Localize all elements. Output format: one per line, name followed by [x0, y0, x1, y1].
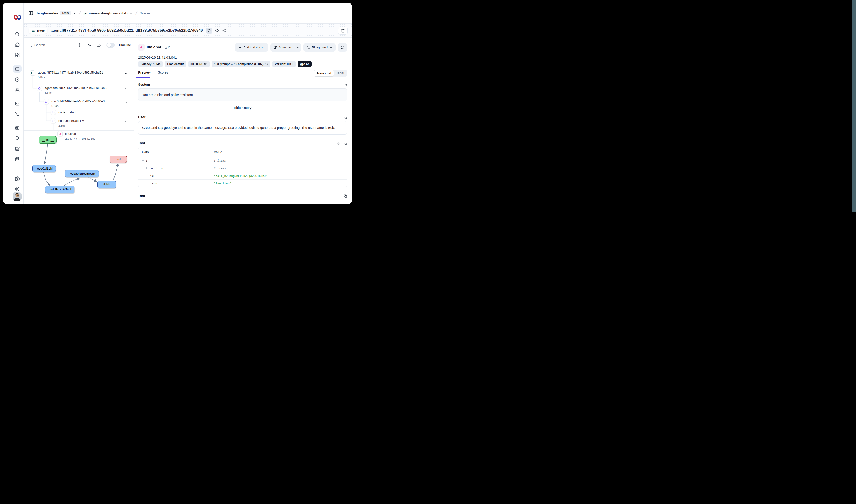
format-json-option[interactable]: JSON [334, 70, 347, 76]
table-row[interactable]: function 2 items [138, 164, 347, 172]
format-formatted-option[interactable]: Formatted [314, 70, 334, 76]
tab-preview[interactable]: Preview [138, 71, 151, 74]
annotate-dropdown-button[interactable] [294, 43, 301, 52]
llm-type-badge [138, 44, 144, 51]
annotate-split-button: Annotate [270, 43, 301, 52]
observation-timestamp: 2025-08-26 21:41:03.041 [138, 55, 177, 59]
collapse-all-icon[interactable] [77, 43, 82, 47]
graph-node-executetool[interactable]: nodeExecuteTool [45, 186, 74, 193]
copy-icon [344, 83, 347, 86]
tool-section-header: Tool [138, 141, 347, 145]
playground-icon[interactable] [15, 111, 20, 116]
chevron-down-icon[interactable] [142, 159, 144, 162]
insights-icon[interactable] [15, 136, 20, 141]
main-area: Timeline agent.f9f77d1a-437f-4ba6-890e-b… [24, 38, 352, 204]
observation-tabs: Preview Scores Formatted JSON [135, 70, 352, 78]
search-icon[interactable] [15, 32, 20, 37]
tracing-icon[interactable] [15, 66, 20, 71]
observation-content: System You are a nice and polite assista… [138, 78, 347, 204]
env-badge: Env: default [165, 61, 186, 67]
copy-icon [344, 115, 347, 119]
chevron-down-icon [329, 46, 333, 49]
copy-id-button[interactable]: ID [164, 46, 171, 49]
users-icon[interactable] [15, 87, 20, 92]
share-icon[interactable] [221, 28, 228, 34]
datasets-icon[interactable] [15, 157, 20, 162]
tokens-badge[interactable]: 168 prompt → 19 completion (Σ 187) [212, 61, 271, 67]
delete-trace-button[interactable] [338, 26, 347, 35]
tree-item-label[interactable]: node.__start__ [58, 110, 79, 114]
copy-button[interactable] [344, 83, 347, 86]
chevron-down-icon[interactable] [129, 12, 133, 15]
favorite-star-icon[interactable] [214, 28, 220, 34]
cost-badge[interactable]: $0.00061 [188, 61, 210, 67]
user-message: Greet and say goodbye to the user in the… [138, 121, 347, 134]
sidebar [3, 3, 24, 204]
chevron-right-icon[interactable] [145, 167, 148, 169]
graph-node-callllm[interactable]: nodeCallLLM [32, 165, 56, 172]
evaluations-icon[interactable] [15, 125, 20, 130]
breadcrumb-environment[interactable]: jetbrains-x-langfuse-collab [84, 11, 127, 15]
table-row[interactable]: 0 3 items [138, 157, 347, 164]
agent-graph: __start__ nodeCallLLM nodeSendToolResult… [24, 131, 134, 203]
trace-node-icon [30, 70, 35, 76]
chevron-down-icon[interactable] [124, 87, 128, 91]
agent-node-icon [37, 86, 42, 91]
panel-toggle-icon[interactable] [28, 10, 34, 16]
graph-node-end[interactable]: __end__ [110, 156, 127, 163]
trace-header-bar: Trace agent.f9f77d1a-437f-4ba6-890e-b592… [24, 24, 352, 38]
observation-actions: Add to datasets Annotate [235, 43, 347, 52]
tree-item-label[interactable]: node.nodeCallLLM [58, 119, 84, 123]
comments-button[interactable] [338, 43, 347, 52]
tree-item-label[interactable]: run.6f8d2449-33ed-4c7c-82e7-5410e3... [51, 100, 107, 103]
model-badge[interactable]: gpt-4o [298, 61, 311, 67]
breadcrumb-page[interactable]: Traces [140, 11, 150, 15]
info-icon [204, 62, 207, 66]
user-section-header: User [138, 115, 347, 119]
langfuse-logo[interactable] [13, 14, 22, 21]
hide-history-button[interactable]: Hide history [234, 106, 252, 110]
playground-button[interactable]: Playground [303, 43, 336, 52]
tree-item-label[interactable]: agent.f9f77d1a-437f-4ba6-890e-b592a50cb.… [44, 86, 107, 90]
tree-item-label[interactable]: agent.f9f77d1a-437f-4ba6-890e-b592a50cbd… [38, 71, 103, 74]
tree-item-duration: 5.84s [51, 105, 58, 108]
tree-search[interactable] [28, 43, 72, 47]
support-icon[interactable] [15, 186, 20, 192]
settings-icon[interactable] [15, 176, 20, 181]
path-column-header: Path [138, 150, 214, 154]
observation-panel: llm.chat ID Add to datasets Annotate [135, 38, 352, 204]
copy-button[interactable] [344, 194, 347, 198]
chevron-down-icon[interactable] [124, 120, 128, 124]
add-to-datasets-button[interactable]: Add to datasets [235, 43, 268, 52]
graph-node-start[interactable]: __start__ [39, 136, 56, 144]
copy-button[interactable] [344, 142, 347, 145]
tag-button[interactable] [206, 28, 212, 34]
annotate-button[interactable]: Annotate [270, 43, 294, 52]
chevron-down-icon[interactable] [124, 101, 128, 104]
home-icon[interactable] [15, 42, 20, 47]
sessions-icon[interactable] [15, 77, 20, 82]
dashboards-icon[interactable] [15, 52, 20, 57]
version-badge: Version: 0.3.0 [272, 61, 296, 67]
chevron-down-icon[interactable] [124, 72, 128, 75]
table-row[interactable]: id "call_n2HaWg9KFP0BZDqXv6G4b3nJ" [138, 172, 347, 180]
tab-scores[interactable]: Scores [158, 71, 168, 74]
display-settings-icon[interactable] [87, 43, 91, 47]
graph-node-sendtoolresult[interactable]: nodeSendToolResult [65, 170, 99, 177]
graph-node-finish[interactable]: __finish__ [97, 181, 116, 188]
observation-title: llm.chat [147, 45, 161, 50]
annotation-icon[interactable] [15, 146, 20, 151]
download-icon[interactable] [97, 43, 101, 47]
copy-button[interactable] [344, 115, 347, 119]
breadcrumb-project[interactable]: langfuse-dev [37, 11, 58, 15]
expand-button[interactable] [337, 142, 340, 145]
tree-item-duration: 5.84s [44, 91, 52, 94]
plus-icon [238, 46, 242, 49]
table-row[interactable]: type "function" [138, 180, 347, 187]
prompts-icon[interactable] [15, 101, 20, 106]
observation-badges: Latency: 1.94s Env: default $0.00061 168… [138, 61, 311, 67]
chevron-down-icon[interactable] [73, 12, 76, 15]
timeline-toggle[interactable] [106, 43, 115, 48]
search-input[interactable] [34, 43, 57, 47]
user-avatar[interactable] [13, 192, 22, 201]
